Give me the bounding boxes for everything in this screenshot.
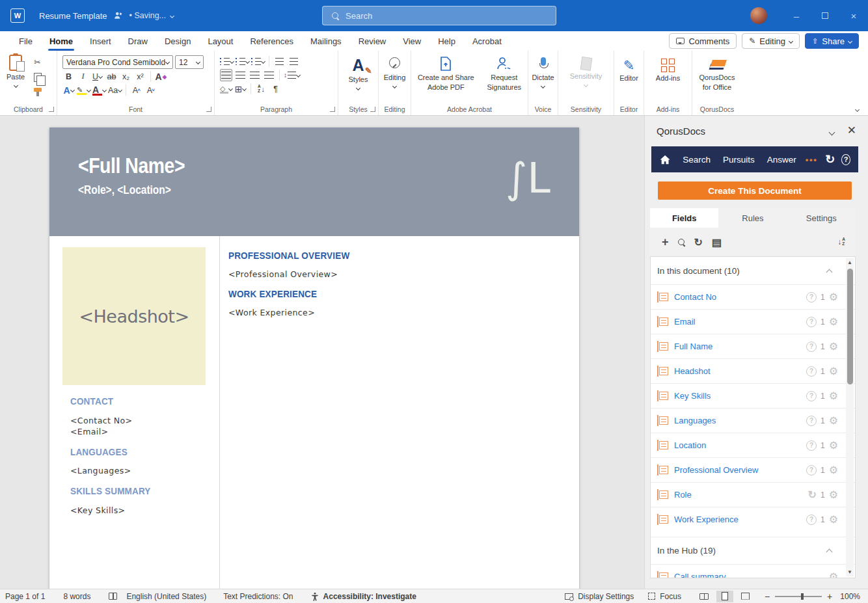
focus-mode[interactable]: Focus (660, 592, 681, 601)
tab-home[interactable]: Home (41, 31, 81, 51)
format-painter-button[interactable] (31, 86, 44, 98)
tab-mailings[interactable]: Mailings (302, 31, 350, 51)
tab-references[interactable]: References (241, 31, 301, 51)
underline-button[interactable]: U (91, 70, 103, 83)
text-predictions[interactable]: Text Predictions: On (223, 592, 293, 601)
field-label[interactable]: Languages (674, 416, 716, 425)
page-indicator[interactable]: Page 1 of 1 (5, 592, 45, 601)
gear-icon[interactable]: ⚙ (829, 292, 838, 302)
styles-dialog-launcher[interactable] (370, 107, 375, 112)
text-effects-button[interactable]: A (62, 84, 75, 96)
field-row-role[interactable]: Role ↻1⚙ (651, 482, 855, 507)
numbering-button[interactable] (236, 55, 249, 68)
gear-icon[interactable]: ⚙ (829, 515, 838, 525)
professional-overview-placeholder[interactable]: <Professional Overview> (228, 269, 338, 279)
headshot-placeholder[interactable]: <Headshot> (62, 247, 206, 385)
help-icon[interactable]: ? (806, 292, 817, 302)
help-icon[interactable]: ? (806, 391, 817, 401)
tab-draw[interactable]: Draw (120, 31, 156, 51)
panel-close-icon[interactable]: ✕ (847, 124, 856, 137)
field-row-location[interactable]: Location ?1⚙ (651, 433, 855, 457)
request-signatures-button[interactable]: Request Signatures (487, 56, 522, 92)
strikethrough-button[interactable]: ab (105, 70, 118, 83)
maximize-button[interactable] (811, 0, 839, 31)
tab-help[interactable]: Help (429, 31, 464, 51)
help-icon[interactable]: ? (806, 342, 817, 352)
nav-search[interactable]: Search (683, 155, 711, 165)
multilevel-list-button[interactable] (251, 55, 265, 68)
field-label[interactable]: Headshot (674, 366, 711, 376)
change-case-button[interactable]: Aa (108, 84, 122, 96)
work-experience-placeholder[interactable]: <Work Experience> (228, 308, 315, 317)
tab-review[interactable]: Review (350, 31, 395, 51)
addins-button[interactable]: Add-ins (644, 55, 692, 83)
italic-button[interactable]: I (77, 70, 89, 83)
zoom-percentage[interactable]: 100% (840, 592, 860, 601)
font-name-combobox[interactable]: Verdana Pro Cond Semibold (62, 55, 173, 69)
tab-insert[interactable]: Insert (81, 31, 120, 51)
show-hide-marks-button[interactable]: ¶ (269, 83, 282, 95)
field-label[interactable]: Professional Overview (674, 465, 758, 475)
zoom-slider[interactable] (775, 596, 822, 597)
help-icon[interactable]: ? (806, 465, 817, 476)
field-label[interactable]: Work Experience (674, 515, 739, 524)
web-layout-button[interactable] (737, 591, 754, 602)
collapse-ribbon-chevron[interactable] (855, 107, 860, 112)
minimize-button[interactable]: – (782, 0, 811, 31)
bold-button[interactable]: B (62, 70, 75, 83)
work-experience-heading[interactable]: WORK EXPERIENCE (228, 288, 317, 299)
sensitivity-button[interactable]: Sensitivity (558, 55, 614, 87)
list-view-icon[interactable]: ▤ (712, 236, 722, 248)
qorusdocs-office-button[interactable]: QorusDocs for Office (692, 55, 742, 92)
help-icon[interactable]: ? (806, 366, 817, 377)
field-label[interactable]: Email (674, 317, 696, 327)
proofing-icon[interactable] (109, 593, 117, 600)
gear-icon[interactable]: ⚙ (829, 440, 838, 451)
help-icon[interactable]: ? (806, 317, 817, 327)
refresh-fields-icon[interactable]: ↻ (694, 236, 703, 248)
increase-indent-button[interactable] (288, 55, 300, 68)
document-title[interactable]: Resume Template (39, 11, 107, 21)
home-icon[interactable] (660, 154, 670, 166)
display-settings[interactable]: Display Settings (578, 592, 634, 601)
align-center-button[interactable] (234, 69, 247, 81)
paragraph-dialog-launcher[interactable] (330, 107, 335, 112)
tab-view[interactable]: View (394, 31, 429, 51)
font-dialog-launcher[interactable] (206, 107, 211, 112)
scroll-up-arrow[interactable]: ▲ (847, 260, 852, 265)
accessibility-status[interactable]: Accessibility: Investigate (323, 592, 416, 601)
tab-design[interactable]: Design (156, 31, 199, 51)
editing-menu-button[interactable]: Editing (379, 55, 411, 88)
gear-icon[interactable]: ⚙ (829, 317, 838, 327)
role-location-placeholder[interactable]: <Role>, <Location> (78, 183, 171, 197)
more-menu-dots-icon[interactable]: ••• (806, 155, 817, 165)
comments-button[interactable]: Comments (669, 33, 737, 49)
tab-acrobat[interactable]: Acrobat (464, 31, 510, 51)
field-row-headshot[interactable]: Headshot ?1⚙ (651, 358, 855, 383)
styles-button[interactable]: A Styles (338, 55, 378, 90)
copy-button[interactable] (31, 71, 44, 83)
tab-rules[interactable]: Rules (718, 208, 787, 228)
scrollbar-thumb[interactable] (847, 269, 853, 384)
tab-layout[interactable]: Layout (199, 31, 241, 51)
field-label[interactable]: Call summary (674, 572, 726, 578)
contact-heading[interactable]: CONTACT (70, 395, 113, 407)
shrink-font-button[interactable]: A˅ (144, 84, 157, 96)
align-left-button[interactable] (220, 69, 232, 81)
field-row-call-summary[interactable]: Call summary ⚙ (651, 564, 855, 578)
panel-collapse-chevron[interactable] (829, 129, 835, 136)
help-icon[interactable]: ? (806, 515, 817, 525)
save-status[interactable]: • Saving... (129, 11, 174, 20)
share-button[interactable]: ⇧ Share (805, 33, 859, 49)
clipboard-dialog-launcher[interactable] (49, 107, 54, 112)
field-row-full-name[interactable]: Full Name ?1⚙ (651, 334, 855, 358)
refresh-icon[interactable]: ↻ (825, 152, 835, 167)
languages-heading[interactable]: LANGUAGES (70, 446, 128, 457)
nav-pursuits[interactable]: Pursuits (723, 155, 755, 165)
zoom-out-button[interactable]: − (765, 591, 770, 602)
gear-icon[interactable]: ⚙ (829, 391, 838, 401)
word-count[interactable]: 8 words (63, 592, 90, 601)
field-label[interactable]: Contact No (674, 292, 716, 302)
justify-button[interactable] (263, 69, 275, 81)
help-icon[interactable]: ? (806, 416, 817, 426)
